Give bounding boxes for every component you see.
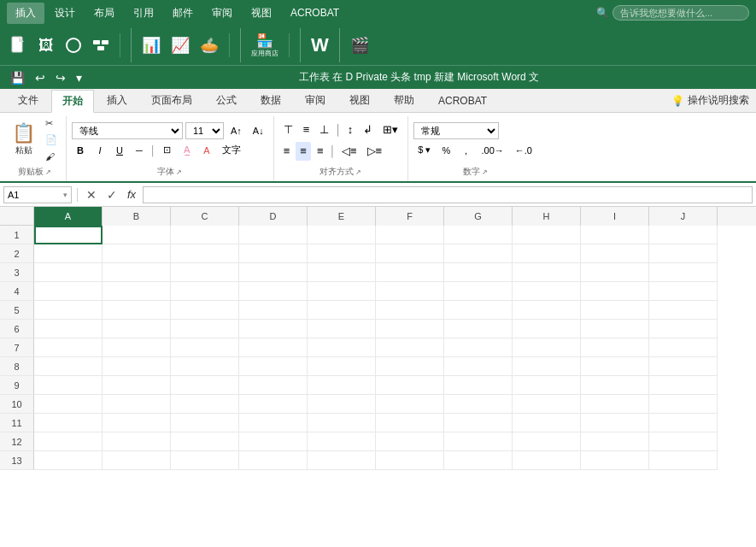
cell-G11[interactable] bbox=[444, 414, 513, 432]
cell-C8[interactable] bbox=[171, 357, 239, 376]
cell-F10[interactable] bbox=[376, 395, 444, 414]
cell-B13[interactable] bbox=[103, 451, 171, 470]
corner-cell[interactable] bbox=[0, 207, 34, 226]
cell-H5[interactable] bbox=[513, 301, 581, 320]
row-header-9[interactable]: 9 bbox=[0, 376, 34, 395]
cell-E3[interactable] bbox=[308, 263, 376, 282]
number-expand-icon[interactable]: ↗ bbox=[482, 168, 488, 176]
cell-F13[interactable] bbox=[376, 451, 444, 470]
cell-E6[interactable] bbox=[308, 320, 376, 338]
cell-F11[interactable] bbox=[376, 414, 444, 432]
format-painter-button[interactable]: 🖌 bbox=[42, 150, 61, 164]
cell-A5[interactable] bbox=[34, 301, 103, 320]
cell-G4[interactable] bbox=[444, 282, 513, 301]
cell-I12[interactable] bbox=[581, 432, 649, 451]
increase-decimal-button[interactable]: .00→ bbox=[477, 142, 507, 159]
row-header-4[interactable]: 4 bbox=[0, 282, 34, 301]
col-header-i[interactable]: I bbox=[581, 207, 649, 226]
cell-A12[interactable] bbox=[34, 432, 103, 451]
menu-tab-layout[interactable]: 布局 bbox=[85, 3, 123, 24]
operation-search-label[interactable]: 操作说明搜索 bbox=[688, 93, 749, 108]
tab-home[interactable]: 开始 bbox=[51, 90, 94, 113]
cell-A3[interactable] bbox=[34, 263, 103, 282]
undo-button[interactable]: ↩ bbox=[32, 69, 49, 86]
cell-E2[interactable] bbox=[308, 244, 376, 263]
cell-A9[interactable] bbox=[34, 376, 103, 395]
cell-A11[interactable] bbox=[34, 414, 103, 432]
cell-J13[interactable] bbox=[649, 451, 718, 470]
cell-J3[interactable] bbox=[649, 263, 718, 282]
cell-J10[interactable] bbox=[649, 395, 718, 414]
cell-G2[interactable] bbox=[444, 244, 513, 263]
cell-H12[interactable] bbox=[513, 432, 581, 451]
bottom-align-button[interactable]: ⊥ bbox=[315, 121, 333, 139]
cell-J1[interactable] bbox=[649, 226, 718, 244]
cell-D9[interactable] bbox=[239, 376, 308, 395]
cell-H9[interactable] bbox=[513, 376, 581, 395]
row-header-12[interactable]: 12 bbox=[0, 432, 34, 451]
strikethrough-button[interactable]: ─ bbox=[131, 142, 148, 159]
col-header-a[interactable]: A bbox=[34, 207, 103, 226]
row-header-13[interactable]: 13 bbox=[0, 451, 34, 470]
cell-J2[interactable] bbox=[649, 244, 718, 263]
icon-bar-chart[interactable]: 📊 bbox=[138, 33, 164, 57]
cell-D3[interactable] bbox=[239, 263, 308, 282]
paste-button[interactable]: 📋 粘贴 bbox=[9, 116, 38, 164]
cell-J8[interactable] bbox=[649, 357, 718, 376]
cell-H1[interactable] bbox=[513, 226, 581, 244]
cell-F5[interactable] bbox=[376, 301, 444, 320]
cell-A2[interactable] bbox=[34, 244, 103, 263]
cell-E11[interactable] bbox=[308, 414, 376, 432]
middle-align-button[interactable]: ≡ bbox=[299, 121, 314, 139]
cell-D11[interactable] bbox=[239, 414, 308, 432]
cell-B3[interactable] bbox=[103, 263, 171, 282]
tab-data[interactable]: 数据 bbox=[249, 89, 292, 112]
cell-D7[interactable] bbox=[239, 338, 308, 357]
align-right-button[interactable]: ≡ bbox=[313, 142, 328, 161]
cell-G5[interactable] bbox=[444, 301, 513, 320]
wenzishuzu-button[interactable]: 文字 bbox=[218, 142, 245, 159]
cell-C13[interactable] bbox=[171, 451, 239, 470]
menu-tab-view[interactable]: 视图 bbox=[243, 3, 280, 24]
cell-B11[interactable] bbox=[103, 414, 171, 432]
icon-pie-chart[interactable]: 🥧 bbox=[196, 33, 222, 57]
cell-H4[interactable] bbox=[513, 282, 581, 301]
icon-wikipedia[interactable]: W bbox=[308, 33, 332, 57]
cell-I3[interactable] bbox=[581, 263, 649, 282]
decrease-font-button[interactable]: A↓ bbox=[249, 122, 268, 139]
cell-F7[interactable] bbox=[376, 338, 444, 357]
border-button[interactable]: ⊡ bbox=[159, 142, 176, 159]
cell-H10[interactable] bbox=[513, 395, 581, 414]
cell-E4[interactable] bbox=[308, 282, 376, 301]
cell-A7[interactable] bbox=[34, 338, 103, 357]
cell-J4[interactable] bbox=[649, 282, 718, 301]
menu-tab-design[interactable]: 设计 bbox=[46, 3, 84, 24]
align-left-button[interactable]: ≡ bbox=[279, 142, 295, 161]
cell-C4[interactable] bbox=[171, 282, 239, 301]
formula-cancel-button[interactable]: ✕ bbox=[83, 188, 100, 202]
cell-E12[interactable] bbox=[308, 432, 376, 451]
number-format-select[interactable]: 常规 bbox=[413, 122, 499, 139]
fill-color-button[interactable]: A̲ bbox=[179, 142, 196, 159]
tab-acrobat2[interactable]: ACROBAT bbox=[427, 91, 498, 111]
cell-F1[interactable] bbox=[376, 226, 444, 244]
percent-button[interactable]: % bbox=[437, 142, 454, 159]
cell-D6[interactable] bbox=[239, 320, 308, 338]
cell-E13[interactable] bbox=[308, 451, 376, 470]
cell-B7[interactable] bbox=[103, 338, 171, 357]
menu-tab-acrobat[interactable]: ACROBAT bbox=[282, 3, 348, 22]
cell-ref-dropdown[interactable]: ▾ bbox=[63, 191, 67, 199]
cell-A10[interactable] bbox=[34, 395, 103, 414]
font-color-button[interactable]: A bbox=[198, 142, 215, 159]
formula-confirm-button[interactable]: ✓ bbox=[103, 188, 120, 202]
align-center-button[interactable]: ≡ bbox=[296, 142, 311, 161]
tab-help[interactable]: 帮助 bbox=[383, 89, 425, 112]
cell-D1[interactable] bbox=[239, 226, 308, 244]
icon-video[interactable]: 🎬 bbox=[347, 33, 372, 57]
font-size-select[interactable]: 11 bbox=[185, 122, 224, 139]
merge-button[interactable]: ⊞▾ bbox=[378, 121, 402, 139]
cell-I5[interactable] bbox=[581, 301, 649, 320]
tab-review[interactable]: 审阅 bbox=[294, 89, 337, 112]
cell-D12[interactable] bbox=[239, 432, 308, 451]
cell-G10[interactable] bbox=[444, 395, 513, 414]
